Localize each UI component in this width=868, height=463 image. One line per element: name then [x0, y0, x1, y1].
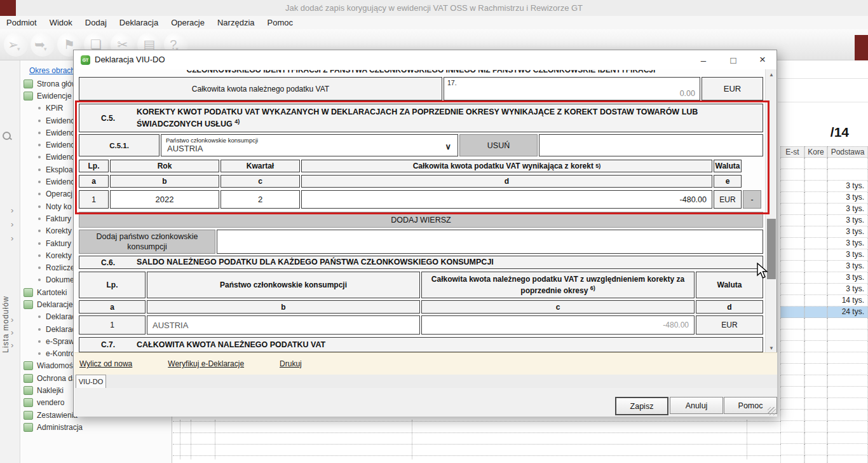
tree-item-label: Rozlicze — [46, 263, 74, 272]
country-combobox-value: AUSTRIA — [167, 144, 203, 153]
forward-button[interactable]: ➥ ▾ — [31, 32, 55, 57]
scrollbar-thumb[interactable] — [767, 219, 776, 279]
tree-item-label: Ochrona da — [37, 374, 77, 383]
table-row[interactable]: 3 tys. — [780, 192, 868, 204]
section-c5-code: C.5. — [79, 114, 137, 123]
table-row[interactable] — [780, 398, 868, 410]
close-button[interactable]: × — [752, 50, 773, 69]
table-row[interactable] — [780, 329, 868, 341]
year-field[interactable]: 2022 — [110, 190, 219, 209]
chevron-right-icon[interactable]: › — [11, 233, 18, 245]
scroll-down-icon[interactable]: ▼ — [766, 343, 777, 353]
tree-item-label: Strona głów — [37, 79, 77, 88]
resize-grip[interactable] — [768, 407, 776, 415]
column-header[interactable]: Podstawa — [827, 146, 868, 158]
menu-item[interactable]: Dodaj — [79, 16, 113, 29]
table-row[interactable]: 3 tys. — [780, 215, 868, 226]
correction-amount-field[interactable]: -480.00 — [301, 190, 712, 209]
menu-item[interactable]: Widok — [43, 16, 79, 29]
chevron-right-icon[interactable]: › — [11, 315, 18, 326]
column-header[interactable]: E-st — [780, 146, 804, 158]
chevron-right-icon[interactable]: › — [11, 340, 18, 352]
table-row[interactable]: 3 tys. — [780, 272, 868, 284]
table-row[interactable] — [780, 158, 868, 169]
podstawa-value — [827, 329, 868, 341]
tree-item-label: Deklaracje i — [37, 300, 77, 309]
menu-item[interactable]: Operacje — [165, 16, 211, 29]
scroll-up-icon[interactable]: ▲ — [766, 69, 777, 79]
table-row[interactable] — [780, 375, 868, 387]
chevron-right-icon[interactable]: › — [11, 328, 18, 339]
row17-label: Całkowita kwota należnego podatku VAT — [79, 77, 442, 100]
tree-item-label: Operacj — [46, 190, 72, 198]
menu-item[interactable]: Podmiot — [0, 16, 43, 29]
podstawa-value: 3 tys. — [827, 238, 868, 249]
table-row[interactable]: 3 tys. — [780, 204, 868, 215]
table-row[interactable]: 3 tys. — [780, 226, 868, 238]
save-button[interactable]: Zapisz — [615, 397, 668, 415]
tree-item-label: e-Kontro — [46, 349, 75, 358]
remove-country-button[interactable]: USUŃ — [459, 134, 538, 156]
quarter-field[interactable]: 2 — [220, 190, 300, 209]
chevron-right-icon[interactable]: › — [11, 219, 18, 231]
c6-row-amount[interactable]: -480.00 — [421, 315, 695, 335]
add-country-button[interactable]: Dodaj państwo członkowskie konsumpcji — [79, 230, 215, 254]
table-row[interactable] — [780, 364, 868, 375]
chevron-right-icon[interactable]: › — [11, 205, 18, 217]
gt-logo-icon: GT — [81, 55, 90, 65]
table-row[interactable] — [780, 421, 868, 432]
maximize-button[interactable]: □ — [723, 50, 743, 69]
table-row[interactable]: 3 tys. — [780, 238, 868, 249]
add-row-button[interactable]: DODAJ WIERSZ — [79, 212, 763, 228]
tree-item-label: Ewidenc — [46, 153, 74, 162]
chevron-down-icon[interactable]: ▾ — [17, 46, 20, 52]
table-row[interactable]: 3 tys. — [780, 181, 868, 192]
chevron-down-icon[interactable]: ∨ — [445, 142, 451, 151]
accounting-period-link[interactable]: Okres obrach — [29, 66, 75, 75]
chevron-down-icon[interactable]: ▾ — [44, 46, 47, 52]
table-row[interactable]: 3 tys. — [780, 249, 868, 261]
country-combobox[interactable]: Państwo członkowskie konsumpcji AUSTRIA … — [161, 134, 458, 156]
menu-item[interactable]: Deklaracja — [113, 16, 165, 29]
tree-item[interactable]: Administracja — [21, 421, 172, 433]
table-row[interactable] — [780, 341, 868, 352]
table-row[interactable]: 14 tys. — [780, 295, 868, 307]
table-row[interactable] — [780, 432, 868, 444]
table-row[interactable] — [780, 444, 868, 455]
module-icon — [38, 340, 41, 343]
dialog-titlebar[interactable]: GT Deklaracja VIU-DO – □ × — [74, 50, 776, 69]
table-row[interactable] — [780, 318, 868, 329]
letter-c: c — [220, 175, 300, 188]
col-kwota: Całkowita kwota należnego podatku VAT z … — [421, 272, 695, 298]
table-row[interactable]: 3 tys. — [780, 261, 868, 272]
letter-b: b — [110, 175, 219, 188]
action-link[interactable]: Drukuj — [280, 359, 302, 368]
podstawa-value: 3 tys. — [827, 272, 868, 284]
dialog-scrollbar[interactable]: ▲ ▼ — [765, 69, 776, 354]
search-icon[interactable] — [3, 132, 11, 140]
c6-row-country[interactable]: AUSTRIA — [147, 315, 420, 335]
action-link[interactable]: Weryfikuj e-Deklaracje — [168, 359, 244, 368]
table-row[interactable] — [780, 410, 868, 421]
podstawa-value — [827, 421, 868, 432]
minimize-button[interactable]: – — [693, 50, 714, 69]
back-button[interactable]: ➢ ▾ — [4, 32, 28, 57]
cancel-button[interactable]: Anuluj — [670, 397, 723, 414]
column-header[interactable]: Kore — [804, 146, 827, 158]
action-link[interactable]: Wylicz od nowa — [79, 359, 132, 368]
table-row[interactable] — [780, 352, 868, 364]
row17-value-field[interactable]: 17. 0.00 — [444, 77, 700, 100]
table-row[interactable] — [780, 387, 868, 398]
table-row[interactable] — [780, 169, 868, 181]
table-row[interactable]: 3 tys. — [780, 284, 868, 295]
menu-item[interactable]: Narzędzia — [211, 16, 261, 29]
menu-item[interactable]: Pomoc — [261, 16, 299, 29]
letter-a: a — [79, 300, 146, 314]
tab-viudo[interactable]: VIU-DO — [76, 375, 106, 388]
table-row[interactable] — [780, 455, 868, 463]
table-row[interactable]: 24 tys. — [780, 307, 868, 318]
background-grid-header: E-st Kore Podstawa — [780, 146, 868, 158]
tree-item-label: Ewidenc — [46, 128, 74, 137]
module-icon — [38, 169, 41, 171]
remove-row-button[interactable]: - — [743, 190, 761, 209]
